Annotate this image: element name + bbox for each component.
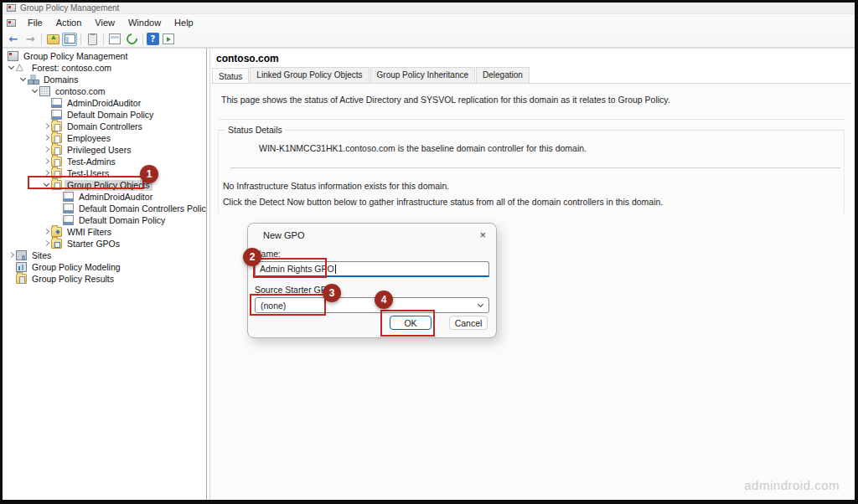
- tree-chevron-icon[interactable]: [43, 122, 51, 131]
- tree-item-label: Group Policy Management: [21, 51, 130, 62]
- status-details-groupbox: Status Details WIN-K1NMCC31HK1.contoso.c…: [218, 130, 845, 213]
- tree-item[interactable]: Domain Controllers: [3, 121, 206, 132]
- tree-item-label: Domains: [41, 75, 80, 85]
- annotation-step-4: 4: [375, 291, 393, 309]
- tree-chevron-icon[interactable]: [43, 134, 51, 142]
- tree-item-icon: [51, 110, 62, 120]
- tree-item[interactable]: contoso.com: [3, 85, 206, 97]
- tree-item-icon: [51, 227, 62, 237]
- tree-item[interactable]: Test-Admins: [3, 156, 206, 167]
- tree-chevron-icon[interactable]: [43, 157, 51, 166]
- back-icon[interactable]: [6, 33, 21, 46]
- tree-item[interactable]: Sites: [3, 249, 206, 261]
- tree-item[interactable]: AdminDroidAuditor: [3, 97, 206, 109]
- tab[interactable]: Group Policy Inheritance: [370, 67, 476, 83]
- text-caret: [335, 265, 336, 274]
- window-title: Group Policy Management: [20, 3, 119, 13]
- menu-item[interactable]: Help: [168, 16, 200, 29]
- tree-item-icon: [63, 203, 74, 213]
- toolbar-separator: [101, 33, 106, 46]
- tree-item-label: Default Domain Policy: [65, 110, 156, 121]
- clipboard-icon[interactable]: [85, 33, 100, 46]
- tree-chevron-icon[interactable]: [31, 87, 39, 95]
- tree-item-icon: [16, 262, 27, 272]
- up-one-level-icon[interactable]: [45, 33, 60, 46]
- tree-item-icon: [16, 250, 27, 260]
- baseline-dc-text: WIN-K1NMCC31HK1.contoso.com is the basel…: [259, 143, 844, 153]
- tree-item-label: Sites: [29, 250, 54, 261]
- tab-label: Linked Group Policy Objects: [256, 70, 362, 80]
- tree-item[interactable]: Group Policy Results: [3, 273, 206, 285]
- tree-item[interactable]: Employees: [3, 132, 206, 144]
- window-list-icon[interactable]: [107, 33, 122, 46]
- detect-hint-text: Click the Detect Now button below to gat…: [223, 197, 844, 207]
- menu-item[interactable]: View: [88, 16, 121, 29]
- tree-item-icon: [51, 239, 62, 249]
- menu-item[interactable]: Window: [121, 16, 168, 29]
- tree-item[interactable]: WMI Filters: [3, 226, 206, 238]
- forward-icon[interactable]: [23, 33, 38, 46]
- tree-item-icon: [51, 133, 62, 143]
- tab-label: Group Policy Inheritance: [377, 70, 469, 80]
- groupbox-label: Status Details: [225, 125, 286, 135]
- annotation-rect-step4: [380, 310, 435, 337]
- tab-label: Status: [219, 72, 242, 81]
- tree-item[interactable]: Group Policy Management: [3, 50, 206, 62]
- annotation-rect-step3: [250, 294, 326, 316]
- show-console-tree-icon[interactable]: [62, 33, 77, 46]
- domain-header: contoso.com: [210, 49, 855, 67]
- toolbar: [3, 31, 855, 48]
- tab[interactable]: Linked Group Policy Objects: [250, 67, 369, 83]
- tree-chevron-icon[interactable]: [43, 239, 51, 248]
- tree-chevron-icon[interactable]: [19, 75, 28, 84]
- app-icon: [7, 4, 16, 12]
- tree-chevron-icon[interactable]: [43, 146, 51, 154]
- export-list-icon[interactable]: [161, 33, 176, 46]
- tree-item[interactable]: Forest: contoso.com: [3, 62, 206, 74]
- annotation-step-2: 2: [243, 248, 261, 266]
- tree-item-label: WMI Filters: [65, 227, 114, 238]
- tab-label: Delegation: [483, 70, 523, 80]
- annotation-rect-step1: [28, 176, 144, 189]
- console-window-icon: [7, 19, 16, 27]
- tree-item[interactable]: Group Policy Modeling: [3, 261, 206, 273]
- tree-item-icon: [39, 86, 50, 96]
- tree-chevron-icon[interactable]: [8, 251, 16, 260]
- screenshot-page: Group Policy Management FileActionViewWi…: [0, 0, 858, 504]
- tree-item[interactable]: Default Domain Policy: [3, 109, 206, 121]
- tree-item-icon: [16, 63, 27, 73]
- tree-item-icon: [51, 98, 62, 108]
- menu-item[interactable]: Action: [49, 16, 89, 29]
- menu-item[interactable]: File: [21, 16, 49, 29]
- tree-item[interactable]: Privileged Users: [3, 144, 206, 156]
- tree-item[interactable]: Default Domain Policy: [3, 214, 206, 226]
- status-description: This page shows the status of Active Dir…: [221, 95, 840, 105]
- menu-bar: FileActionViewWindowHelp: [3, 14, 855, 31]
- tree-item-label: Test-Admins: [65, 157, 118, 167]
- chevron-down-icon: [478, 302, 483, 308]
- tree-item-label: AdminDroidAuditor: [65, 98, 143, 109]
- tree-item-icon: [51, 145, 62, 155]
- help-icon[interactable]: [147, 33, 159, 45]
- toolbar-separator: [79, 33, 83, 46]
- tree-item-label: Forest: contoso.com: [29, 63, 114, 74]
- tree-item-icon: [51, 121, 62, 131]
- tree-item-icon: [63, 215, 74, 225]
- tree-item-label: Group Policy Modeling: [29, 262, 123, 273]
- tree-chevron-icon[interactable]: [43, 228, 51, 236]
- tab[interactable]: Delegation: [476, 67, 530, 83]
- refresh-icon[interactable]: [124, 33, 139, 46]
- tree-item-label: AdminDroidAuditor: [76, 192, 155, 203]
- console-tree-pane: Group Policy Management Forest: contoso.…: [3, 49, 207, 500]
- tree-item[interactable]: Starter GPOs: [3, 238, 206, 249]
- separator: [219, 119, 845, 120]
- tab[interactable]: Status: [212, 68, 249, 84]
- cancel-button[interactable]: Cancel: [449, 316, 488, 330]
- tree-item[interactable]: Default Domain Controllers Policy: [3, 203, 206, 214]
- tree-item[interactable]: Domains: [3, 74, 206, 85]
- tree-item[interactable]: AdminDroidAuditor: [3, 191, 206, 203]
- close-icon[interactable]: ×: [479, 229, 486, 240]
- tree-item-label: Default Domain Controllers Policy: [76, 203, 207, 214]
- tree-chevron-icon[interactable]: [8, 64, 16, 72]
- tree-item-icon: [16, 274, 27, 284]
